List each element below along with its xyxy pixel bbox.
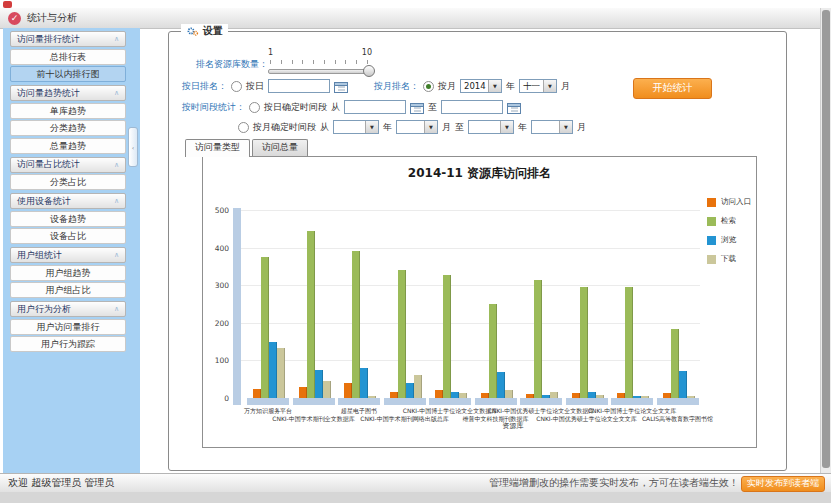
x-category-label: CALIS高等教育数字图书馆 bbox=[642, 415, 713, 424]
tab-visit-type[interactable]: 访问量类型 bbox=[185, 139, 250, 157]
chart-title: 2014-11 资源库访问排名 bbox=[203, 165, 756, 182]
bar-访问入口 bbox=[435, 390, 443, 398]
calendar-icon[interactable] bbox=[410, 101, 424, 114]
sidebar-item[interactable]: 用户行为跟踪 bbox=[10, 336, 126, 352]
to-label: 至 bbox=[455, 121, 464, 134]
to-month-select[interactable]: ▼ bbox=[531, 120, 573, 134]
bar-浏览 bbox=[497, 372, 505, 398]
bar-检索 bbox=[580, 287, 588, 398]
chevron-down-icon[interactable]: ▼ bbox=[500, 121, 513, 133]
sidebar-group-header[interactable]: 用户行为分析∧ bbox=[10, 301, 126, 317]
scrollbar-thumb[interactable] bbox=[822, 10, 830, 468]
slider-track[interactable] bbox=[268, 69, 372, 74]
y-tick-label: 200 bbox=[203, 319, 229, 328]
publish-button[interactable]: 实时发布到读者端 bbox=[741, 476, 825, 492]
sidebar-group-header[interactable]: 访问量占比统计∧ bbox=[10, 157, 126, 173]
title-strip bbox=[0, 0, 831, 8]
sidebar-group-label: 使用设备统计 bbox=[17, 195, 114, 208]
bar-访问入口 bbox=[253, 389, 261, 398]
year-select[interactable]: 2014▼ bbox=[460, 79, 502, 93]
chart-panel: 2014-11 资源库访问排名 资源库 访问入口检索浏览下载 010020030… bbox=[202, 156, 757, 448]
period-day-radio[interactable] bbox=[249, 102, 260, 113]
monthly-rank-radio[interactable] bbox=[423, 81, 434, 92]
bar-下载 bbox=[414, 375, 422, 398]
calendar-icon[interactable] bbox=[507, 101, 521, 114]
sidebar-group-header[interactable]: 访问量排行统计∧ bbox=[10, 31, 126, 47]
y-tick-label: 300 bbox=[203, 281, 229, 290]
vertical-scrollbar[interactable] bbox=[820, 8, 831, 473]
sidebar-group-header[interactable]: 访问量趋势统计∧ bbox=[10, 85, 126, 101]
slider-max-label: 10 bbox=[362, 48, 372, 57]
daily-rank-radio[interactable] bbox=[231, 81, 242, 92]
slider-handle[interactable] bbox=[363, 65, 375, 77]
sidebar-item[interactable]: 用户组趋势 bbox=[10, 265, 126, 281]
month-select[interactable]: 十一▼ bbox=[519, 79, 557, 93]
bar-group-platform bbox=[611, 398, 653, 405]
gear-icon bbox=[186, 26, 199, 37]
period-from-date-input[interactable] bbox=[344, 100, 406, 114]
bar-访问入口 bbox=[344, 383, 352, 398]
check-badge-icon: ✓ bbox=[8, 12, 21, 25]
slider-ticks bbox=[270, 60, 368, 64]
daily-radio-label: 按日 bbox=[246, 80, 264, 93]
start-statistics-button[interactable]: 开始统计 bbox=[633, 78, 712, 99]
y-tick-label: 100 bbox=[203, 356, 229, 365]
sidebar-group-header[interactable]: 使用设备统计∧ bbox=[10, 193, 126, 209]
from-month-select[interactable]: ▼ bbox=[396, 120, 438, 134]
sidebar-item[interactable]: 设备占比 bbox=[10, 228, 126, 244]
sidebar-collapse-handle[interactable]: ‹ bbox=[128, 127, 138, 167]
sidebar-item[interactable]: 单库趋势 bbox=[10, 103, 126, 119]
from-year-select[interactable]: ▼ bbox=[333, 120, 379, 134]
period-day-row: 按时间段统计： 按日确定时间段 从 至 bbox=[182, 100, 521, 114]
legend-label: 访问入口 bbox=[721, 197, 751, 207]
period-month-radio[interactable] bbox=[238, 122, 249, 133]
period-to-date-input[interactable] bbox=[441, 100, 503, 114]
legend-swatch-icon bbox=[707, 198, 716, 207]
daily-rank-row: 按日排名： 按日 按月排名： 按月 2014▼ 年 十一▼ 月 bbox=[182, 79, 570, 93]
sidebar-item[interactable]: 用户组占比 bbox=[10, 282, 126, 298]
daily-rank-label: 按日排名： bbox=[182, 80, 227, 93]
legend-swatch-icon bbox=[707, 236, 716, 245]
chevron-down-icon[interactable]: ▼ bbox=[424, 121, 437, 133]
to-year-select[interactable]: ▼ bbox=[468, 120, 514, 134]
legend-item: 下载 bbox=[707, 254, 751, 264]
sidebar-item[interactable]: 前十以内排行图 bbox=[10, 66, 126, 82]
year-unit-label: 年 bbox=[518, 121, 527, 134]
calendar-icon[interactable] bbox=[334, 80, 348, 93]
module-title: 统计与分析 bbox=[27, 11, 77, 25]
sidebar-item[interactable]: 设备趋势 bbox=[10, 211, 126, 227]
app-window: ✓ 统计与分析 访问量排行统计∧总排行表前十以内排行图访问量趋势统计∧单库趋势分… bbox=[0, 0, 831, 503]
sidebar-item[interactable]: 分类趋势 bbox=[10, 120, 126, 136]
chevron-down-icon[interactable]: ▼ bbox=[543, 80, 556, 92]
rank-count-slider[interactable]: 1 10 bbox=[268, 50, 372, 78]
bar-group-platform bbox=[657, 398, 699, 405]
period-month-label: 按月确定时间段 bbox=[253, 121, 316, 134]
sidebar-item[interactable]: 用户访问量排行 bbox=[10, 319, 126, 335]
sidebar-item[interactable]: 总量趋势 bbox=[10, 138, 126, 154]
year-unit-label: 年 bbox=[383, 121, 392, 134]
year-unit-label: 年 bbox=[506, 80, 515, 93]
chevron-down-icon[interactable]: ▼ bbox=[488, 80, 501, 92]
publish-notice: 管理端增删改的操作需要实时发布，方可在读者端生效！ bbox=[489, 474, 739, 492]
chevron-down-icon[interactable]: ▼ bbox=[559, 121, 572, 133]
y-axis-wall bbox=[233, 208, 241, 405]
to-label: 至 bbox=[428, 101, 437, 114]
y-tick-label: 0 bbox=[203, 394, 229, 403]
sidebar-item[interactable]: 分类占比 bbox=[10, 174, 126, 190]
bar-访问入口 bbox=[299, 387, 307, 398]
bar-浏览 bbox=[679, 371, 687, 398]
legend-swatch-icon bbox=[707, 217, 716, 226]
sidebar-item[interactable]: 总排行表 bbox=[10, 49, 126, 65]
sidebar-group-header[interactable]: 用户组统计∧ bbox=[10, 247, 126, 263]
bar-group-platform bbox=[338, 398, 380, 405]
bar-下载 bbox=[550, 392, 558, 398]
bar-group-platform bbox=[293, 398, 335, 405]
y-tick-label: 500 bbox=[203, 206, 229, 215]
sidebar-group-label: 访问量占比统计 bbox=[17, 158, 114, 171]
daily-date-input[interactable] bbox=[268, 79, 330, 93]
bar-检索 bbox=[534, 280, 542, 398]
chevron-down-icon[interactable]: ▼ bbox=[365, 121, 378, 133]
tab-visit-total[interactable]: 访问总量 bbox=[252, 139, 308, 156]
sidebar-group-label: 访问量趋势统计 bbox=[17, 87, 114, 100]
bar-group-platform bbox=[384, 398, 426, 405]
